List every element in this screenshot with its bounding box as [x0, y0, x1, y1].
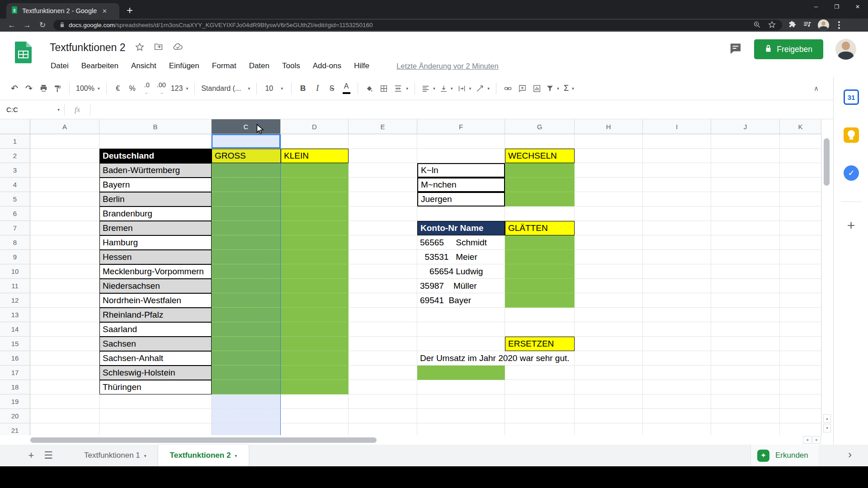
- cell-E4[interactable]: [349, 178, 417, 192]
- cell-B19[interactable]: [99, 394, 212, 409]
- cell-J11[interactable]: [711, 279, 780, 293]
- window-minimize-icon[interactable]: ─: [806, 0, 826, 14]
- row-header-11[interactable]: 11: [0, 279, 30, 293]
- row-header-1[interactable]: 1: [0, 134, 30, 149]
- cell-H6[interactable]: [575, 206, 643, 221]
- cell-F13[interactable]: [417, 308, 505, 322]
- cell-B7[interactable]: Bremen: [99, 221, 212, 235]
- row-header-14[interactable]: 14: [0, 322, 30, 337]
- cell-A8[interactable]: [30, 235, 99, 250]
- cell-A16[interactable]: [30, 351, 99, 366]
- cell-F10[interactable]: 65654 Ludwig: [417, 264, 505, 279]
- cell-C13[interactable]: [212, 308, 281, 322]
- reload-icon[interactable]: ↻: [35, 21, 50, 29]
- cell-F3[interactable]: K~ln: [417, 163, 505, 178]
- cell-D5[interactable]: [281, 192, 349, 206]
- cell-D11[interactable]: [281, 279, 349, 293]
- cell-C17[interactable]: [212, 366, 281, 380]
- cell-F6[interactable]: [417, 206, 505, 221]
- merge-cells-icon[interactable]: ▾: [391, 80, 410, 97]
- cell-H9[interactable]: [575, 250, 643, 264]
- row-header-7[interactable]: 7: [0, 221, 30, 235]
- get-addons-icon[interactable]: +: [834, 218, 868, 233]
- hide-side-panel-icon[interactable]: ›: [848, 448, 852, 461]
- cell-F1[interactable]: [417, 134, 505, 149]
- window-maximize-icon[interactable]: ❐: [826, 0, 847, 14]
- cell-J19[interactable]: [711, 394, 780, 409]
- cell-E12[interactable]: [349, 293, 417, 308]
- cell-K5[interactable]: [780, 192, 821, 206]
- cell-A2[interactable]: [30, 149, 99, 163]
- cell-F19[interactable]: [417, 394, 505, 409]
- cell-H7[interactable]: [575, 221, 643, 235]
- cell-G4[interactable]: [505, 178, 575, 192]
- cell-H19[interactable]: [575, 394, 643, 409]
- scroll-up-icon[interactable]: ▴: [823, 414, 831, 423]
- cell-A3[interactable]: [30, 163, 99, 178]
- cell-B16[interactable]: Sachsen-Anhalt: [99, 351, 212, 366]
- cell-I6[interactable]: [643, 206, 711, 221]
- column-header-B[interactable]: B: [99, 119, 212, 134]
- extensions-puzzle-icon[interactable]: [788, 20, 797, 30]
- cell-B15[interactable]: Sachsen: [99, 337, 212, 351]
- cell-E20[interactable]: [349, 409, 417, 423]
- cell-K9[interactable]: [780, 250, 821, 264]
- cell-A10[interactable]: [30, 264, 99, 279]
- menu-format[interactable]: Format: [212, 61, 236, 70]
- cell-E7[interactable]: [349, 221, 417, 235]
- cell-F4[interactable]: M~nchen: [417, 178, 505, 192]
- cell-F17[interactable]: [417, 366, 505, 380]
- cell-I18[interactable]: [643, 380, 711, 394]
- cell-B6[interactable]: Brandenburg: [99, 206, 212, 221]
- font-select[interactable]: Standard (...▾: [199, 80, 252, 97]
- row-header-15[interactable]: 15: [0, 337, 30, 351]
- horizontal-scrollbar[interactable]: ◂ ▸: [0, 435, 833, 445]
- fill-color-icon[interactable]: [362, 80, 377, 97]
- cell-E15[interactable]: [349, 337, 417, 351]
- cell-F2[interactable]: [417, 149, 505, 163]
- zoom-page-icon[interactable]: [753, 21, 761, 30]
- cell-G8[interactable]: [505, 235, 575, 250]
- row-header-8[interactable]: 8: [0, 235, 30, 250]
- tasks-icon[interactable]: ✓: [844, 165, 859, 181]
- cell-A5[interactable]: [30, 192, 99, 206]
- column-header-J[interactable]: J: [711, 119, 780, 134]
- cell-E18[interactable]: [349, 380, 417, 394]
- cell-J13[interactable]: [711, 308, 780, 322]
- cell-H16[interactable]: [575, 351, 643, 366]
- row-header-21[interactable]: 21: [0, 423, 30, 435]
- cell-I19[interactable]: [643, 394, 711, 409]
- cell-H21[interactable]: [575, 423, 643, 435]
- cell-A12[interactable]: [30, 293, 99, 308]
- cell-G3[interactable]: [505, 163, 575, 178]
- cell-B20[interactable]: [99, 409, 212, 423]
- cell-H1[interactable]: [575, 134, 643, 149]
- text-rotation-icon[interactable]: ▾: [473, 80, 492, 97]
- cell-I12[interactable]: [643, 293, 711, 308]
- cell-G17[interactable]: [505, 366, 575, 380]
- cell-F5[interactable]: Juergen: [417, 192, 505, 206]
- cell-K17[interactable]: [780, 366, 821, 380]
- cell-B2[interactable]: Deutschland: [99, 149, 212, 163]
- cell-F16[interactable]: Der Umsatz im Jahr 2020 war sehr gut.: [417, 351, 505, 366]
- column-header-I[interactable]: I: [643, 119, 711, 134]
- cell-F15[interactable]: [417, 337, 505, 351]
- cell-J4[interactable]: [711, 178, 780, 192]
- row-header-16[interactable]: 16: [0, 351, 30, 366]
- cell-E17[interactable]: [349, 366, 417, 380]
- cell-A21[interactable]: [30, 423, 99, 435]
- cell-B5[interactable]: Berlin: [99, 192, 212, 206]
- cell-D6[interactable]: [281, 206, 349, 221]
- scroll-left-icon[interactable]: ◂: [803, 436, 811, 444]
- column-header-E[interactable]: E: [349, 119, 417, 134]
- text-color-button[interactable]: A: [339, 80, 354, 97]
- cell-A9[interactable]: [30, 250, 99, 264]
- functions-button[interactable]: Σ▾: [561, 80, 576, 97]
- paint-format-icon[interactable]: [51, 80, 65, 97]
- cell-B9[interactable]: Hessen: [99, 250, 212, 264]
- column-header-A[interactable]: A: [30, 119, 99, 134]
- cell-C12[interactable]: [212, 293, 281, 308]
- cell-C16[interactable]: [212, 351, 281, 366]
- all-sheets-icon[interactable]: ☰: [40, 450, 57, 461]
- cell-I17[interactable]: [643, 366, 711, 380]
